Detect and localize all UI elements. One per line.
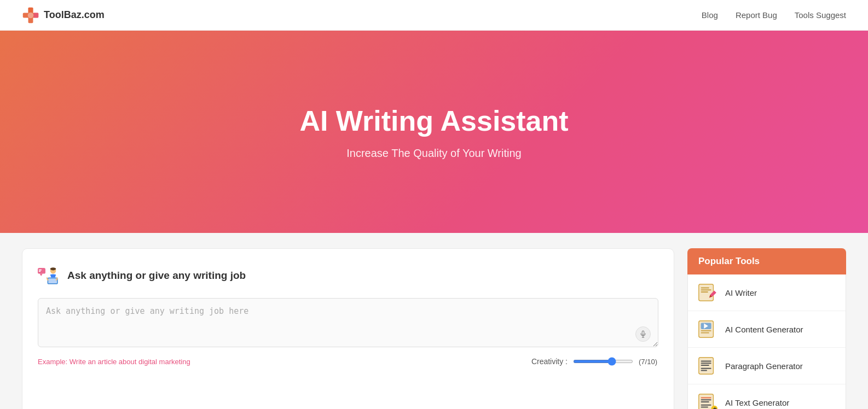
sidebar: Popular Tools AI Writer bbox=[687, 248, 846, 409]
svg-text:★: ★ bbox=[713, 406, 717, 409]
mic-button[interactable] bbox=[635, 326, 651, 342]
logo-text: ToolBaz.com bbox=[44, 9, 105, 21]
svg-rect-31 bbox=[701, 370, 707, 371]
svg-rect-11 bbox=[48, 278, 57, 283]
sidebar-item-ai-text[interactable]: ★ AI Text Generator bbox=[688, 384, 846, 409]
svg-rect-34 bbox=[701, 399, 711, 400]
popular-tools-list: AI Writer AI Content Generator bbox=[687, 274, 846, 409]
svg-point-4 bbox=[28, 12, 34, 18]
svg-rect-28 bbox=[701, 363, 711, 364]
svg-rect-8 bbox=[39, 271, 41, 272]
hero-banner: AI Writing Assistant Increase The Qualit… bbox=[0, 31, 868, 233]
svg-rect-30 bbox=[701, 368, 711, 369]
tool-header: Ask anything or give any writing job bbox=[38, 264, 658, 287]
tool-panel: Ask anything or give any writing job Exa… bbox=[22, 248, 674, 409]
nav-blog[interactable]: Blog bbox=[702, 10, 718, 20]
svg-rect-7 bbox=[39, 270, 42, 271]
main-nav: Blog Report Bug Tools Suggest bbox=[702, 10, 846, 20]
svg-rect-19 bbox=[701, 291, 708, 293]
ai-text-icon: ★ bbox=[697, 392, 717, 409]
svg-marker-6 bbox=[40, 274, 43, 276]
svg-rect-29 bbox=[701, 365, 709, 366]
logo-area[interactable]: ToolBaz.com bbox=[22, 7, 105, 24]
header: ToolBaz.com Blog Report Bug Tools Sugges… bbox=[0, 0, 868, 31]
creativity-area: Creativity : (7/10) bbox=[531, 357, 658, 366]
svg-rect-5 bbox=[38, 268, 45, 274]
svg-rect-24 bbox=[701, 330, 711, 331]
creativity-slider[interactable] bbox=[573, 360, 633, 363]
textarea-wrapper bbox=[38, 298, 658, 349]
ai-writer-label: AI Writer bbox=[725, 288, 757, 297]
writing-person-icon bbox=[38, 264, 61, 287]
hero-subtitle: Increase The Quality of Your Writing bbox=[346, 147, 521, 160]
creativity-label: Creativity : bbox=[531, 357, 568, 366]
nav-report-bug[interactable]: Report Bug bbox=[736, 10, 777, 20]
example-text: Example: Write an article about digital … bbox=[38, 358, 190, 366]
logo-icon bbox=[22, 7, 39, 24]
svg-point-12 bbox=[50, 267, 56, 270]
sidebar-item-paragraph[interactable]: Paragraph Generator bbox=[688, 348, 846, 384]
ai-text-label: AI Text Generator bbox=[725, 398, 789, 407]
controls-row: Example: Write an article about digital … bbox=[38, 357, 658, 366]
svg-rect-27 bbox=[701, 361, 711, 362]
tool-heading: Ask anything or give any writing job bbox=[67, 270, 246, 282]
svg-rect-36 bbox=[701, 405, 711, 406]
paragraph-icon bbox=[697, 355, 717, 376]
svg-rect-37 bbox=[701, 407, 708, 408]
svg-rect-2 bbox=[28, 7, 33, 12]
main-content: Ask anything or give any writing job Exa… bbox=[0, 233, 868, 409]
nav-tools-suggest[interactable]: Tools Suggest bbox=[795, 10, 846, 20]
main-input[interactable] bbox=[38, 298, 658, 347]
popular-tools-header: Popular Tools bbox=[687, 248, 846, 274]
ai-writer-icon bbox=[697, 282, 717, 303]
hero-title: AI Writing Assistant bbox=[299, 104, 568, 137]
svg-rect-35 bbox=[701, 401, 709, 402]
svg-rect-17 bbox=[701, 288, 709, 289]
svg-rect-3 bbox=[33, 13, 38, 17]
creativity-value: (7/10) bbox=[639, 358, 658, 366]
svg-rect-18 bbox=[701, 289, 711, 290]
paragraph-label: Paragraph Generator bbox=[725, 361, 803, 371]
svg-rect-33 bbox=[701, 398, 711, 399]
sidebar-item-ai-writer[interactable]: AI Writer bbox=[688, 274, 846, 311]
svg-rect-25 bbox=[701, 332, 709, 334]
sidebar-item-ai-content[interactable]: AI Content Generator bbox=[688, 311, 846, 348]
ai-content-icon bbox=[697, 319, 717, 340]
svg-rect-13 bbox=[642, 331, 644, 335]
ai-content-label: AI Content Generator bbox=[725, 325, 803, 334]
